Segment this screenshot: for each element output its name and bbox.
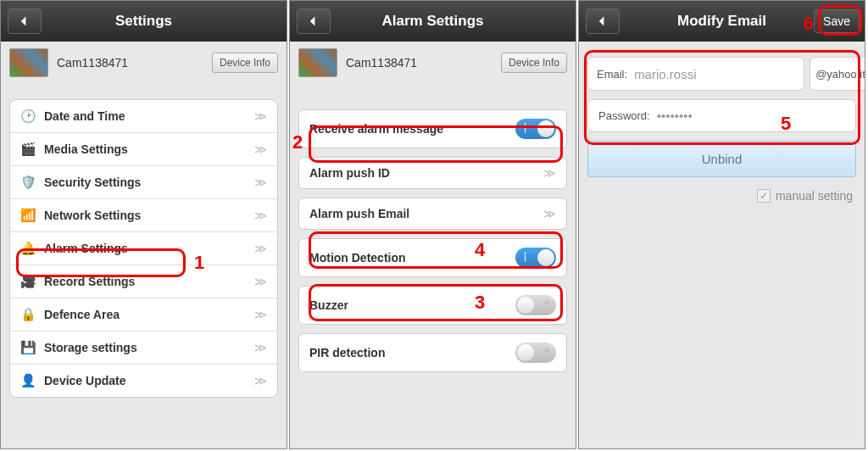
header: Settings	[1, 1, 287, 42]
row-pir[interactable]: PIR detection	[299, 334, 566, 371]
camera-icon: 🎥	[20, 274, 36, 289]
row-update[interactable]: 👤Device Update≫	[10, 365, 277, 397]
bell-icon: 🔔	[20, 241, 36, 256]
chevron-icon: ≫	[254, 308, 267, 321]
row-alarm[interactable]: 🔔Alarm Settings≫	[10, 232, 277, 265]
save-button[interactable]: Save	[814, 9, 860, 33]
row-record[interactable]: 🎥Record Settings≫	[10, 265, 277, 298]
email-domain-select[interactable]: @yahoo.it ⌄	[810, 57, 865, 91]
row-network[interactable]: 📶Network Settings≫	[10, 199, 277, 232]
row-receive-alarm[interactable]: Receive alarm message	[299, 110, 566, 148]
settings-list: 🕑Date and Time≫ 🎬Media Settings≫ 🛡️Secur…	[9, 99, 278, 398]
page-title: Alarm Settings	[382, 13, 484, 30]
row-defence[interactable]: 🔒Defence Area≫	[10, 298, 277, 331]
alarm-settings-screen: Alarm Settings Cam1138471 Device Info Re…	[289, 0, 576, 449]
row-storage[interactable]: 💾Storage settings≫	[10, 331, 277, 365]
back-button[interactable]	[8, 8, 42, 34]
checkbox-icon[interactable]: ✓	[757, 189, 771, 203]
row-motion[interactable]: Motion Detection	[299, 239, 566, 276]
chevron-icon: ≫	[254, 341, 267, 354]
back-button[interactable]	[586, 8, 620, 34]
page-title: Settings	[115, 13, 172, 30]
page-title: Modify Email	[677, 13, 766, 30]
chevron-icon: ≫	[254, 209, 267, 222]
row-security[interactable]: 🛡️Security Settings≫	[10, 166, 277, 199]
camera-name: Cam1138471	[57, 56, 128, 70]
password-row[interactable]: Password:	[588, 100, 855, 131]
header: Modify Email Save	[579, 1, 865, 42]
chevron-icon: ≫	[254, 275, 267, 288]
disk-icon: 💾	[20, 340, 36, 355]
camera-thumbnail	[9, 48, 48, 77]
toggle-buzzer[interactable]	[515, 295, 556, 315]
camera-row: Cam1138471 Device Info	[1, 42, 287, 84]
clock-icon: 🕑	[20, 109, 36, 124]
lock-icon: 🔒	[20, 307, 36, 322]
unbind-button[interactable]: Unbind	[587, 141, 856, 177]
email-label: Email:	[597, 68, 627, 81]
header: Alarm Settings	[290, 1, 576, 42]
chevron-icon: ≫	[543, 166, 556, 180]
device-info-button[interactable]: Device Info	[212, 53, 278, 73]
modify-email-screen: Modify Email Save Email: @yahoo.it ⌄ Pas…	[578, 0, 865, 449]
chevron-icon: ≫	[254, 109, 267, 123]
chevron-icon: ≫	[254, 175, 267, 189]
email-field-box[interactable]: Email:	[587, 57, 804, 91]
media-icon: 🎬	[20, 142, 36, 157]
row-buzzer[interactable]: Buzzer	[299, 287, 566, 324]
camera-row: Cam1138471 Device Info	[290, 42, 576, 84]
manual-setting-row[interactable]: ✓ manual setting	[579, 186, 865, 206]
settings-screen: Settings Cam1138471 Device Info 🕑Date an…	[0, 0, 287, 449]
chevron-icon: ≫	[254, 242, 267, 255]
shield-icon: 🛡️	[20, 175, 36, 190]
chevron-icon: ≫	[254, 374, 267, 387]
chevron-icon: ≫	[254, 142, 267, 156]
back-button[interactable]	[297, 8, 331, 34]
toggle-pir[interactable]	[515, 342, 556, 363]
toggle-motion[interactable]	[515, 248, 556, 268]
row-date-time[interactable]: 🕑Date and Time≫	[10, 100, 277, 133]
chevron-icon: ≫	[543, 207, 556, 220]
user-icon: 👤	[20, 373, 36, 388]
device-info-button[interactable]: Device Info	[501, 53, 567, 73]
email-input[interactable]	[634, 67, 795, 81]
camera-thumbnail	[298, 48, 337, 77]
password-label: Password:	[598, 109, 650, 122]
camera-name: Cam1138471	[346, 56, 417, 70]
row-push-email[interactable]: Alarm push Email ≫	[299, 198, 566, 229]
antenna-icon: 📶	[20, 208, 36, 223]
toggle-receive-alarm[interactable]	[515, 119, 556, 139]
row-push-id[interactable]: Alarm push ID ≫	[299, 158, 566, 188]
row-media[interactable]: 🎬Media Settings≫	[10, 133, 277, 166]
password-input[interactable]	[657, 109, 845, 123]
manual-setting-label: manual setting	[776, 189, 853, 203]
